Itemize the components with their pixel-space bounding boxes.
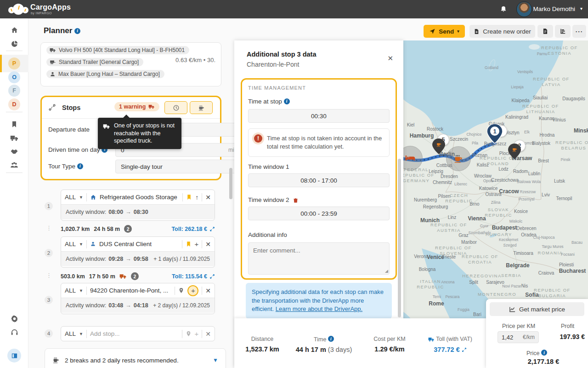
map-label: SLOVAK REPUBLIC bbox=[479, 207, 518, 218]
sidebar-item-settings[interactable] bbox=[0, 310, 28, 326]
day-offset: + 2 day(s) / 12.09.2025 bbox=[153, 302, 210, 309]
move-up-icon[interactable]: ↑ bbox=[195, 194, 198, 201]
cargoapps-logo[interactable] bbox=[8, 2, 29, 17]
comment-textarea[interactable] bbox=[248, 242, 390, 275]
sidebar-item-support[interactable] bbox=[0, 324, 28, 340]
planner-info-icon[interactable]: i bbox=[74, 28, 80, 34]
sidebar-item-trucks[interactable] bbox=[0, 130, 28, 146]
bed-icon bbox=[404, 152, 416, 164]
stop-name[interactable]: 94220 Charenton-le-Pont, ... bbox=[90, 287, 171, 294]
notifications-bell-icon[interactable] bbox=[500, 6, 507, 13]
gantt-view-button[interactable] bbox=[555, 25, 571, 38]
driver-chip[interactable]: Max Bauer [Long Haul – Standard Cargo] bbox=[46, 70, 164, 78]
pin-icon bbox=[186, 331, 192, 337]
map-label: Gotland bbox=[485, 65, 498, 70]
map-label: REPUBLIC OF ESTONIA bbox=[540, 45, 579, 56]
sidebar-item-analytics[interactable] bbox=[0, 36, 28, 52]
remove-stop-icon[interactable]: ✕ bbox=[205, 194, 211, 201]
add-stop-data-icon[interactable]: + bbox=[195, 240, 199, 248]
leg-count-badge[interactable]: 2 bbox=[131, 272, 139, 280]
map-label: Sarajevo bbox=[486, 280, 504, 285]
chevron-down-icon[interactable]: ▼ bbox=[213, 357, 218, 363]
drag-handle[interactable]: ⋮ bbox=[46, 224, 52, 231]
map-label: REPUBLIC OF LATVIA bbox=[531, 76, 571, 87]
user-avatar[interactable] bbox=[516, 1, 532, 17]
time-window-1-label: Time window 1 bbox=[248, 163, 289, 170]
stop-name[interactable]: Refrigerated Goods Storage bbox=[100, 194, 179, 201]
warning-badge[interactable]: 1 warning bbox=[114, 102, 159, 111]
add-stop-input[interactable]: Add stop... bbox=[90, 330, 179, 337]
map-label: Szombathely bbox=[468, 230, 491, 235]
stop-name[interactable]: DUS Central Client bbox=[99, 241, 179, 247]
bookmark-icon[interactable] bbox=[186, 241, 192, 247]
map-label: Brno bbox=[469, 201, 479, 207]
detail-scrollbar[interactable] bbox=[398, 159, 401, 317]
time-at-stop-input[interactable]: 00:30 bbox=[248, 109, 390, 123]
stop-mode-select[interactable]: ALL bbox=[65, 241, 76, 247]
add-stop-data-icon-active[interactable]: + bbox=[187, 285, 198, 296]
remove-stop-icon[interactable]: ✕ bbox=[205, 330, 211, 338]
user-menu-chevron-icon[interactable]: ▾ bbox=[580, 6, 582, 11]
stop-mode-select[interactable]: ALL bbox=[65, 287, 76, 294]
breaks-recommendation[interactable]: 2 breaks and 2 daily rests recommended. … bbox=[45, 348, 226, 368]
sidebar-item-collapse-panel[interactable] bbox=[0, 348, 28, 363]
truck-chip[interactable]: Volvo FH 500 [40t Standard Long Haul] - … bbox=[46, 46, 189, 54]
stop-row-2: ALL ▼ DUS Central Client + ✕ Activity wi… bbox=[61, 236, 215, 268]
brand-subtitle: by IMPARGO bbox=[31, 12, 52, 15]
get-market-price-button[interactable]: Get market price bbox=[490, 302, 584, 316]
time-window-2-input[interactable]: 00:00 - 23:59 bbox=[248, 207, 390, 220]
remove-stop-icon[interactable]: ✕ bbox=[205, 241, 211, 248]
stop-pin-1[interactable]: 1 bbox=[487, 124, 503, 144]
time-toggle-button[interactable] bbox=[164, 101, 187, 114]
map-label: Kaunas bbox=[539, 116, 554, 121]
map-label: Opole bbox=[483, 178, 494, 183]
sidebar-item-planner[interactable]: P bbox=[0, 56, 28, 71]
chevron-down-icon: ▼ bbox=[79, 242, 83, 247]
tour-type-select[interactable]: Single-day tour ▼ bbox=[115, 160, 253, 173]
map-label: Minsk bbox=[574, 127, 588, 134]
pin-icon[interactable] bbox=[178, 288, 184, 293]
expand-icon[interactable] bbox=[462, 347, 467, 352]
break-pin[interactable] bbox=[508, 144, 521, 159]
more-options-button[interactable]: ··· bbox=[572, 25, 586, 38]
break-pin[interactable] bbox=[432, 138, 445, 154]
leg-count-badge[interactable]: 2 bbox=[124, 225, 132, 233]
export-pdf-button[interactable] bbox=[537, 25, 553, 38]
map-label: Cluj-Napoca bbox=[533, 235, 555, 240]
sidebar-item-dispatch[interactable]: D bbox=[0, 97, 28, 112]
time-at-stop-info-icon[interactable]: i bbox=[284, 98, 290, 104]
trailer-chip[interactable]: Standard Trailer [General Cargo] bbox=[46, 58, 143, 66]
sidebar-item-fleet[interactable]: F bbox=[0, 83, 28, 98]
remove-stop-icon[interactable]: ✕ bbox=[205, 287, 211, 294]
breaks-toggle-button[interactable] bbox=[190, 101, 213, 114]
sidebar-item-team[interactable] bbox=[0, 157, 28, 173]
send-button[interactable]: Send▾ bbox=[424, 25, 465, 38]
driverapp-info-box: Specifying additional data for each stop… bbox=[246, 283, 392, 319]
drag-handle[interactable]: ⋮ bbox=[46, 272, 52, 279]
map-label: Liberec bbox=[454, 182, 467, 186]
delete-time-window-icon[interactable] bbox=[293, 197, 299, 203]
break-marker[interactable] bbox=[446, 146, 471, 171]
tour-type-info-icon[interactable]: i bbox=[77, 163, 83, 169]
bookmark-icon[interactable] bbox=[186, 194, 192, 200]
map-label: Brest bbox=[538, 158, 548, 163]
map-label: Katowice bbox=[479, 186, 498, 191]
user-name[interactable]: Marko Demothi bbox=[533, 6, 575, 12]
resize-handle[interactable]: ◢ bbox=[385, 269, 388, 273]
sidebar-item-home[interactable] bbox=[0, 22, 28, 38]
create-new-order-button[interactable]: Create new order bbox=[469, 25, 535, 38]
driverapp-learn-more-link[interactable]: Learn more about the DriverApp. bbox=[276, 305, 362, 312]
sidebar-item-bookmarks[interactable] bbox=[0, 116, 28, 132]
toll-link[interactable]: Toll: 115.54 € bbox=[172, 273, 215, 280]
stop-mode-select[interactable]: ALL bbox=[65, 194, 76, 201]
add-stop-data-icon: + bbox=[195, 330, 199, 338]
left-scrollbar[interactable] bbox=[229, 168, 232, 199]
close-panel-icon[interactable]: ✕ bbox=[387, 54, 393, 63]
price-info-icon[interactable]: i bbox=[541, 350, 547, 356]
stop-mode-select[interactable]: ALL bbox=[65, 330, 76, 337]
time-window-1-input[interactable]: 08:00 - 17:00 bbox=[248, 173, 390, 187]
toll-link[interactable]: Toll: 262.18 € bbox=[171, 226, 215, 232]
price-per-km-input[interactable]: 1,42 €/km bbox=[498, 331, 539, 343]
toll-value-link[interactable]: 377.72 € bbox=[434, 346, 459, 353]
time-info-icon[interactable]: i bbox=[328, 336, 334, 342]
